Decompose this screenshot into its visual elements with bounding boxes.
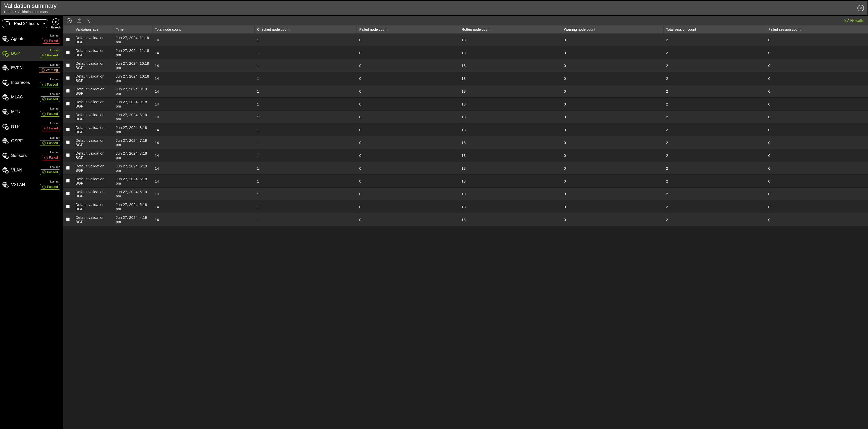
sidebar-item-evpn[interactable]: EVPNLast run!Warning xyxy=(0,61,63,75)
table-row[interactable]: Default validation BGPJun 27, 2024, 7:19… xyxy=(63,136,868,149)
col-header[interactable]: Checked node count xyxy=(254,25,356,33)
row-checkbox-cell xyxy=(63,111,73,123)
cell-tsess: 2 xyxy=(663,213,766,226)
row-checkbox[interactable] xyxy=(66,179,70,182)
col-header[interactable]: Validation label xyxy=(73,25,113,33)
table-row[interactable]: Default validation BGPJun 27, 2024, 7:18… xyxy=(63,149,868,162)
row-checkbox[interactable] xyxy=(66,218,70,221)
sidebar-item-interfaces[interactable]: InterfacesLast run✓Passed xyxy=(0,75,63,90)
sidebar-item-mlag[interactable]: MLAGLast run✓Passed xyxy=(0,90,63,105)
col-header[interactable]: Failed session count xyxy=(766,25,868,33)
row-checkbox[interactable] xyxy=(66,38,70,41)
row-checkbox[interactable] xyxy=(66,141,70,144)
cell-tsess: 2 xyxy=(663,111,766,123)
row-checkbox[interactable] xyxy=(66,115,70,118)
row-checkbox[interactable] xyxy=(66,76,70,80)
row-checkbox[interactable] xyxy=(66,192,70,195)
passed-icon: ✓ xyxy=(42,83,46,86)
globe-icon xyxy=(2,35,8,42)
cell-tsess: 2 xyxy=(663,136,766,149)
table-row[interactable]: Default validation BGPJun 27, 2024, 5:18… xyxy=(63,200,868,213)
table-row[interactable]: Default validation BGPJun 27, 2024, 6:18… xyxy=(63,175,868,188)
filter-button[interactable] xyxy=(87,18,92,23)
sidebar-item-mtu[interactable]: MTULast run✓Passed xyxy=(0,105,63,119)
col-header[interactable]: Total node count xyxy=(152,25,254,33)
row-checkbox[interactable] xyxy=(66,205,70,208)
breadcrumb: Home > Validation summary xyxy=(4,10,57,14)
status-badge: ✓Passed xyxy=(40,96,60,102)
cell-checked: 1 xyxy=(254,200,356,213)
status-badge: ✕Failed xyxy=(42,155,60,161)
row-checkbox[interactable] xyxy=(66,166,70,170)
warning-icon: ! xyxy=(41,68,44,72)
sidebar-item-sensors[interactable]: SensorsLast run✕Failed xyxy=(0,148,63,163)
row-checkbox[interactable] xyxy=(66,89,70,93)
status-badge: !Warning xyxy=(39,67,60,73)
col-header[interactable]: Failed node count xyxy=(357,25,459,33)
table-row[interactable]: Default validation BGPJun 27, 2024, 10:1… xyxy=(63,72,868,85)
time-range-select[interactable]: Past 24 hours xyxy=(2,19,48,28)
cell-total: 14 xyxy=(152,149,254,162)
row-checkbox-cell xyxy=(63,59,73,72)
cell-label: Default validation BGP xyxy=(73,200,113,213)
table-row[interactable]: Default validation BGPJun 27, 2024, 9:18… xyxy=(63,98,868,111)
sidebar-item-vlan[interactable]: VLANLast run✓Passed xyxy=(0,163,63,177)
export-button[interactable] xyxy=(76,18,82,23)
results-table: Validation labelTimeTotal node countChec… xyxy=(63,25,868,226)
table-row[interactable]: Default validation BGPJun 27, 2024, 8:18… xyxy=(63,123,868,136)
col-header[interactable]: Rotten node count xyxy=(459,25,561,33)
lastrun-label: Last run xyxy=(50,63,60,66)
status-badge: ✓Passed xyxy=(40,82,60,87)
results-count: 27 Results xyxy=(844,18,865,23)
table-row[interactable]: Default validation BGPJun 27, 2024, 10:1… xyxy=(63,59,868,72)
cell-fsess: 0 xyxy=(766,98,868,111)
status-badge-label: Passed xyxy=(47,141,58,145)
sidebar: Past 24 hours Refresh AgentsLast run✕Fai… xyxy=(0,16,63,429)
table-row[interactable]: Default validation BGPJun 27, 2024, 11:1… xyxy=(63,46,868,59)
cell-rotten: 13 xyxy=(459,59,561,72)
sidebar-item-label: NTP xyxy=(11,124,20,129)
sidebar-item-label: Agents xyxy=(11,36,24,41)
sidebar-item-vxlan[interactable]: VXLANLast run✓Passed xyxy=(0,177,63,192)
cell-label: Default validation BGP xyxy=(73,149,113,162)
table-row[interactable]: Default validation BGPJun 27, 2024, 4:19… xyxy=(63,213,868,226)
cell-checked: 1 xyxy=(254,162,356,175)
table-row[interactable]: Default validation BGPJun 27, 2024, 11:1… xyxy=(63,33,868,46)
table-row[interactable]: Default validation BGPJun 27, 2024, 9:19… xyxy=(63,85,868,98)
failed-icon: ✕ xyxy=(44,39,48,42)
col-header[interactable]: Total session count xyxy=(663,25,766,33)
row-checkbox[interactable] xyxy=(66,153,70,157)
refresh-button[interactable]: Refresh xyxy=(51,18,61,29)
sidebar-item-bgp[interactable]: BGPLast run✓Passed xyxy=(0,46,63,61)
cell-tsess: 2 xyxy=(663,149,766,162)
cell-checked: 1 xyxy=(254,136,356,149)
table-row[interactable]: Default validation BGPJun 27, 2024, 6:19… xyxy=(63,162,868,175)
col-header[interactable]: Warning node count xyxy=(561,25,663,33)
cell-failed: 0 xyxy=(357,188,459,200)
cell-total: 14 xyxy=(152,33,254,46)
close-button[interactable] xyxy=(858,5,864,11)
cell-fsess: 0 xyxy=(766,162,868,175)
row-checkbox[interactable] xyxy=(66,127,70,131)
row-checkbox-cell xyxy=(63,149,73,162)
cell-failed: 0 xyxy=(357,162,459,175)
status-badge-label: Failed xyxy=(49,126,58,131)
col-header[interactable]: Time xyxy=(113,25,152,33)
row-checkbox[interactable] xyxy=(66,102,70,106)
cell-warning: 0 xyxy=(561,72,663,85)
sidebar-item-ospf[interactable]: OSPFLast run✓Passed xyxy=(0,134,63,148)
row-checkbox[interactable] xyxy=(66,63,70,67)
sidebar-item-ntp[interactable]: NTPLast run✕Failed xyxy=(0,119,63,134)
breadcrumb-home[interactable]: Home xyxy=(4,10,13,14)
row-checkbox[interactable] xyxy=(66,51,70,54)
table-scroll[interactable]: Validation labelTimeTotal node countChec… xyxy=(63,25,868,429)
cell-failed: 0 xyxy=(357,98,459,111)
table-row[interactable]: Default validation BGPJun 27, 2024, 5:19… xyxy=(63,188,868,200)
cell-time: Jun 27, 2024, 9:18 pm xyxy=(113,98,152,111)
table-row[interactable]: Default validation BGPJun 27, 2024, 8:19… xyxy=(63,111,868,123)
cell-rotten: 13 xyxy=(459,175,561,188)
sidebar-item-agents[interactable]: AgentsLast run✕Failed xyxy=(0,31,63,46)
clock-icon xyxy=(5,21,10,26)
cell-time: Jun 27, 2024, 5:19 pm xyxy=(113,188,152,200)
approve-all-button[interactable] xyxy=(66,18,72,23)
